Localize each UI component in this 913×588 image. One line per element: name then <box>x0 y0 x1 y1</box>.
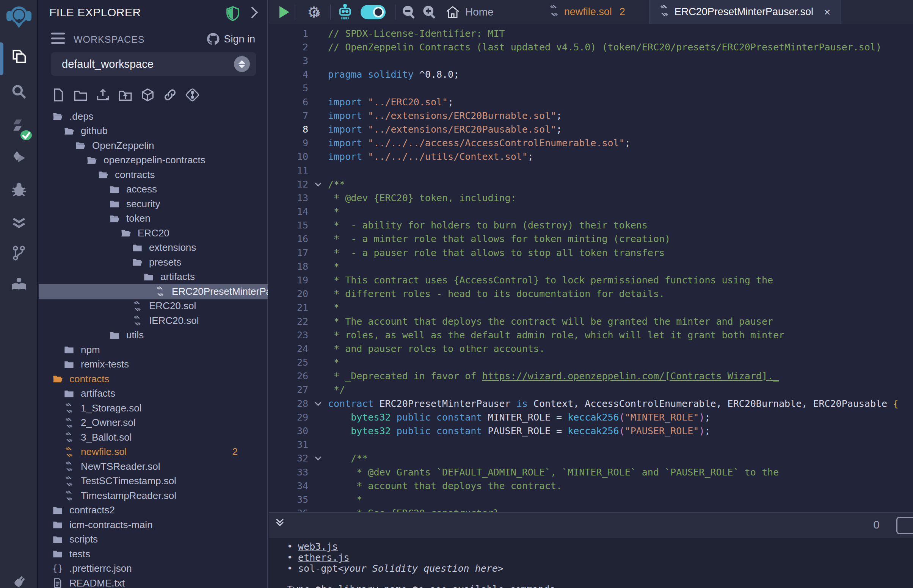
tree-item-readme-txt[interactable]: README.txt <box>39 576 268 588</box>
code-line-2[interactable]: 2// OpenZeppelin Contracts (last updated… <box>269 40 913 54</box>
tree-item-erc20presetminterpauser-[interactable]: ERC20PresetMinterPauser... <box>39 284 268 299</box>
tree-item-tests[interactable]: tests <box>39 547 268 562</box>
collapse-panel-icon[interactable] <box>246 6 258 18</box>
tree-item-contracts[interactable]: contracts <box>39 372 268 386</box>
home-tab[interactable]: Home <box>445 5 494 19</box>
code-line-35[interactable]: 35 * <box>269 493 913 506</box>
code-line-11[interactable]: 11 <box>269 164 913 177</box>
code-line-29[interactable]: 29 bytes32 public constant MINTER_ROLE =… <box>269 410 913 424</box>
code-line-10[interactable]: 10import "../../../utils/Context.sol"; <box>269 150 913 164</box>
code-line-7[interactable]: 7import "../extensions/ERC20Burnable.sol… <box>269 109 913 123</box>
code-line-31[interactable]: 31 <box>269 438 913 452</box>
fold-chevron-icon[interactable] <box>308 402 328 405</box>
terminal-output[interactable]: •web3.js•ethers.js•sol-gpt <your Solidit… <box>287 541 894 588</box>
tree-item-remix-tests[interactable]: remix-tests <box>39 357 268 372</box>
tree-item-testsctimestamp-sol[interactable]: TestSCTimestamp.sol <box>39 474 268 489</box>
terminal-link[interactable]: ethers.js <box>298 552 349 563</box>
terminal-search-box[interactable] <box>896 517 913 534</box>
code-line-9[interactable]: 9import "../../../access/AccessControlEn… <box>269 136 913 150</box>
tree-item-2-owner-sol[interactable]: 2_Owner.sol <box>39 416 268 430</box>
plugin-manager-icon[interactable] <box>0 570 38 588</box>
tree-item-artifacts[interactable]: artifacts <box>39 270 268 284</box>
tree-item--deps[interactable]: .deps <box>39 109 268 124</box>
code-line-32[interactable]: 32 /** <box>269 452 913 465</box>
code-line-13[interactable]: 13 * @dev {ERC20} token, including: <box>269 191 913 205</box>
tree-item-access[interactable]: access <box>39 182 268 197</box>
code-line-23[interactable]: 23 * roles, as well as the default admin… <box>269 328 913 342</box>
code-line-18[interactable]: 18 * <box>269 260 913 273</box>
learneth-icon[interactable] <box>0 272 38 296</box>
tree-item-contracts[interactable]: contracts <box>39 168 268 182</box>
code-line-25[interactable]: 25 * <box>269 356 913 369</box>
code-line-20[interactable]: 20 * different roles - head to its docum… <box>269 287 913 301</box>
code-line-4[interactable]: 4pragma solidity ^0.8.0; <box>269 68 913 81</box>
remix-logo-icon[interactable] <box>5 3 32 30</box>
code-line-3[interactable]: 3 <box>269 54 913 68</box>
tree-item-presets[interactable]: presets <box>39 255 268 270</box>
tree-item-3-ballot-sol[interactable]: 3_Ballot.sol <box>39 430 268 445</box>
code-line-27[interactable]: 27 */ <box>269 383 913 397</box>
tree-item-utils[interactable]: utils <box>39 328 268 343</box>
deploy-run-icon[interactable] <box>0 146 38 170</box>
tree-item-icm-contracts-main[interactable]: icm-contracts-main <box>39 517 268 532</box>
ai-toggle[interactable] <box>361 5 385 19</box>
tree-item-ierc20-sol[interactable]: IERC20.sol <box>39 313 268 328</box>
tree-item-openzeppelin[interactable]: OpenZeppelin <box>39 138 268 153</box>
code-line-33[interactable]: 33 * @dev Grants `DEFAULT_ADMIN_ROLE`, `… <box>269 465 913 479</box>
code-line-30[interactable]: 30 bytes32 public constant PAUSER_ROLE =… <box>269 424 913 438</box>
tree-item-erc20-sol[interactable]: ERC20.sol <box>39 299 268 314</box>
fold-chevron-icon[interactable] <box>308 457 328 460</box>
link-icon[interactable] <box>163 88 177 102</box>
compile-settings-icon[interactable]: ⚙⚙ <box>303 5 325 20</box>
code-line-16[interactable]: 16 * - a minter role that allows for tok… <box>269 232 913 246</box>
expand-terminal-icon[interactable] <box>277 519 282 525</box>
tree-item-openzeppelin-contracts[interactable]: openzeppelin-contracts <box>39 153 268 168</box>
tree-item-contracts2[interactable]: contracts2 <box>39 503 268 518</box>
terminal-link[interactable]: web3.js <box>298 541 338 552</box>
code-line-6[interactable]: 6import "../ERC20.sol"; <box>269 95 913 109</box>
trust-shield-icon[interactable] <box>226 6 240 21</box>
tree-item-github[interactable]: github <box>39 124 268 139</box>
code-line-22[interactable]: 22 * The account that deploys the contra… <box>269 315 913 328</box>
unit-testing-icon[interactable] <box>0 211 38 235</box>
code-line-14[interactable]: 14 * <box>269 205 913 218</box>
tab-newfile[interactable]: newfile.sol 2 <box>539 0 635 24</box>
code-line-36[interactable]: 36 * See {ERC20-constructor}. <box>269 507 913 512</box>
tree-item-erc20[interactable]: ERC20 <box>39 226 268 241</box>
tree-item-newfile-sol[interactable]: newfile.sol2 <box>39 445 268 460</box>
new-folder-icon[interactable] <box>74 88 87 102</box>
ipfs-cube-icon[interactable] <box>141 88 155 102</box>
tree-item-newtsreader-sol[interactable]: NewTSReader.sol <box>39 459 268 474</box>
code-line-8[interactable]: 8import "../extensions/ERC20Pausable.sol… <box>269 123 913 136</box>
github-signin-button[interactable]: Sign in <box>206 32 255 45</box>
upload-file-icon[interactable] <box>96 88 110 102</box>
workspace-select[interactable]: default_workspace <box>51 52 256 76</box>
code-line-19[interactable]: 19 * This contract uses {AccessControl} … <box>269 273 913 287</box>
code-line-1[interactable]: 1// SPDX-License-Identifier: MIT <box>269 26 913 40</box>
git-clone-icon[interactable] <box>185 88 199 102</box>
close-tab-icon[interactable]: × <box>824 6 831 19</box>
code-line-17[interactable]: 17 * - a pauser role that allows to stop… <box>269 246 913 260</box>
zoom-in-icon[interactable] <box>422 5 437 20</box>
ai-robot-icon[interactable] <box>336 3 354 21</box>
tree-item-npm[interactable]: npm <box>39 342 268 357</box>
search-icon[interactable] <box>0 79 38 104</box>
new-file-icon[interactable] <box>51 88 65 102</box>
code-editor[interactable]: 1// SPDX-License-Identifier: MIT2// Open… <box>269 24 913 512</box>
tree-item-artifacts[interactable]: artifacts <box>39 386 268 401</box>
code-line-24[interactable]: 24 * and pauser roles to other accounts. <box>269 342 913 355</box>
git-icon[interactable] <box>0 241 38 265</box>
code-line-28[interactable]: 28contract ERC20PresetMinterPauser is Co… <box>269 397 913 410</box>
tree-item-timestampreader-sol[interactable]: TimestampReader.sol <box>39 488 268 503</box>
run-script-icon[interactable] <box>279 6 289 18</box>
tree-item-security[interactable]: security <box>39 197 268 212</box>
tree-item-scripts[interactable]: scripts <box>39 532 268 547</box>
code-line-26[interactable]: 26 * _Deprecated in favor of https://wiz… <box>269 369 913 383</box>
solidity-compiler-icon[interactable] <box>0 114 38 138</box>
zoom-out-icon[interactable] <box>401 5 417 20</box>
workspaces-menu-icon[interactable] <box>51 32 65 44</box>
file-explorer-icon[interactable] <box>0 45 38 69</box>
tree-item-token[interactable]: token <box>39 212 268 226</box>
tree-item--prettierrc-json[interactable]: {}.prettierrc.json <box>39 562 268 576</box>
code-line-34[interactable]: 34 * account that deploys the contract. <box>269 479 913 493</box>
